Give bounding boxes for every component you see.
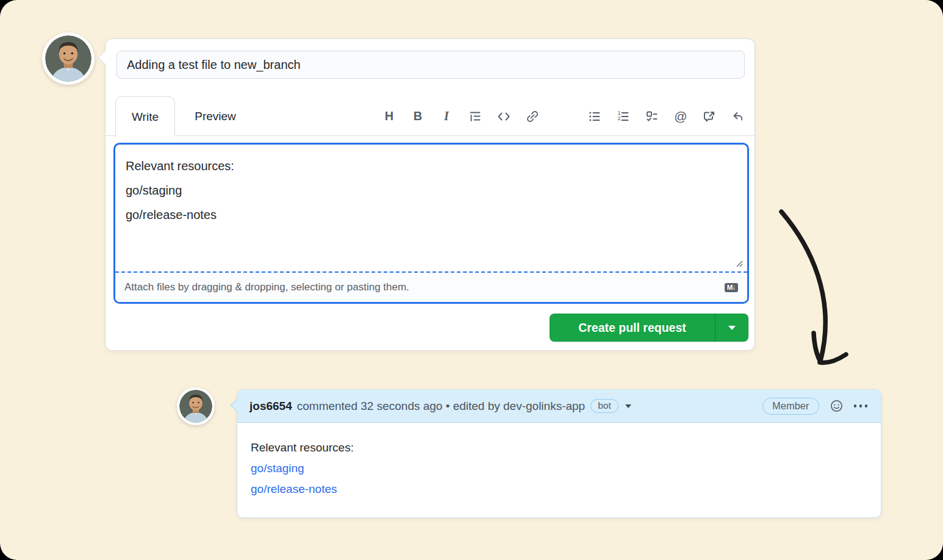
mention-icon[interactable]: @ (674, 110, 687, 123)
member-badge: Member (762, 398, 819, 415)
editor-line: Relevant resources: (126, 154, 737, 178)
timeline-comment-card: jos6654 commented 32 seconds ago • edite… (237, 389, 881, 518)
editor-line: go/staging (126, 178, 737, 203)
pr-title-input[interactable] (117, 51, 745, 79)
italic-icon[interactable]: I (440, 110, 453, 123)
unordered-list-icon[interactable] (588, 110, 601, 123)
ordered-list-icon[interactable]: 1 2 (617, 110, 630, 123)
comment-author-avatar[interactable] (177, 387, 215, 425)
add-reaction-icon[interactable] (830, 399, 844, 413)
code-icon[interactable] (497, 110, 511, 123)
create-pull-request-split-button: Create pull request (550, 314, 748, 342)
resize-grabber-icon[interactable] (735, 259, 744, 271)
reply-icon[interactable] (731, 110, 745, 123)
attach-files-hint: Attach files by dragging & dropping, sel… (124, 281, 409, 293)
curved-arrow-annotation (762, 201, 897, 384)
edit-history-dropdown-icon[interactable] (625, 404, 631, 408)
heading-icon[interactable]: H (382, 110, 396, 123)
chevron-down-icon (728, 326, 736, 330)
link-icon[interactable] (526, 110, 539, 123)
pr-description-editor: Relevant resources: go/staging go/releas… (113, 143, 749, 304)
composer-tabbar: Write Preview H B I (106, 96, 755, 136)
svg-text:2: 2 (618, 115, 621, 121)
composer-speech-caret (98, 50, 112, 65)
pr-composer-card: Write Preview H B I (105, 38, 755, 351)
golink-staging-link[interactable]: go/staging (251, 458, 867, 479)
tab-write[interactable]: Write (115, 96, 175, 137)
comment-meta-text: commented 32 seconds ago • edited by dev… (297, 400, 585, 413)
create-pull-request-dropdown[interactable] (715, 314, 748, 342)
cross-reference-icon[interactable] (703, 110, 716, 123)
screen: Write Preview H B I (0, 0, 943, 560)
comment-intro-text: Relevant resources: (251, 437, 867, 458)
bold-icon[interactable]: B (411, 110, 425, 123)
bot-badge: bot (590, 399, 619, 413)
pr-description-textarea[interactable]: Relevant resources: go/staging go/releas… (115, 145, 747, 271)
markdown-supported-icon[interactable]: M↓ (725, 283, 738, 292)
quote-icon[interactable] (468, 110, 482, 123)
comment-options-kebab-icon[interactable] (853, 402, 869, 410)
comment-author-link[interactable]: jos6654 (249, 400, 292, 413)
comment-body: Relevant resources: go/staging go/releas… (237, 423, 881, 500)
composer-author-avatar (42, 32, 95, 85)
comment-header: jos6654 commented 32 seconds ago • edite… (237, 390, 881, 423)
task-list-icon[interactable] (645, 110, 659, 123)
editor-line: go/release-notes (126, 203, 737, 227)
create-pull-request-button[interactable]: Create pull request (550, 314, 715, 342)
attach-files-bar[interactable]: Attach files by dragging & dropping, sel… (115, 271, 747, 302)
markdown-toolbar: H B I (382, 96, 745, 136)
tab-preview[interactable]: Preview (175, 96, 256, 136)
golink-release-notes-link[interactable]: go/release-notes (251, 479, 867, 500)
